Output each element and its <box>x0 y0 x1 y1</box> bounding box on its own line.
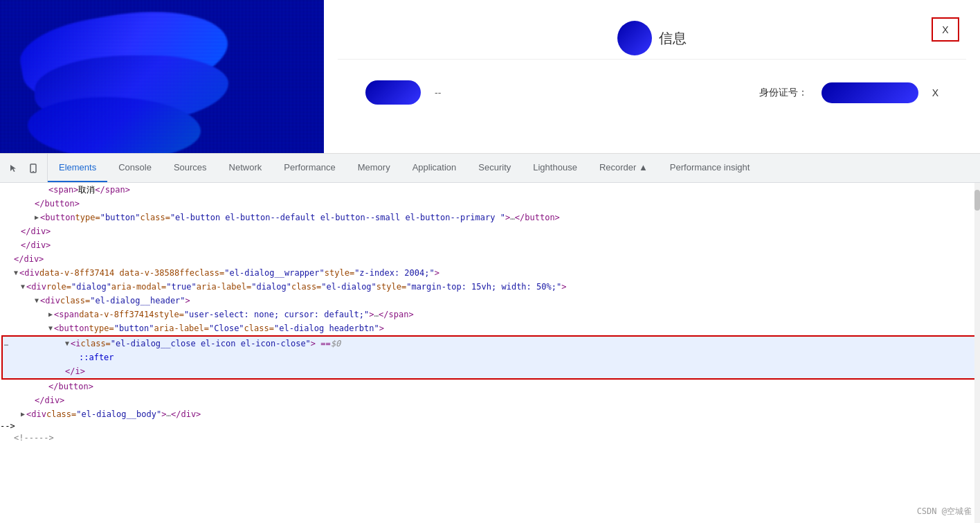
collapse-icon-11[interactable]: ▼ <box>48 322 53 335</box>
code-line-6: </div> <box>0 252 980 266</box>
tab-performance[interactable]: Performance <box>273 154 346 182</box>
tab-network[interactable]: Network <box>218 154 273 182</box>
dash-text: -- <box>435 87 441 98</box>
expand-dots-10[interactable]: … <box>374 308 379 321</box>
code-line-12[interactable]: … ▼ <i class="el-dialog__close el-icon e… <box>3 337 977 351</box>
id-label: 身份证号： <box>759 87 808 99</box>
collapse-icon-7[interactable]: ▼ <box>14 267 18 279</box>
dialog-body: -- 身份证号： X <box>338 60 966 125</box>
cursor-icon[interactable] <box>6 160 22 177</box>
name-blob <box>365 80 421 105</box>
tab-perf-insight[interactable]: Performance insight <box>659 154 761 182</box>
collapse-icon-12[interactable]: ▼ <box>65 337 69 350</box>
browser-left-panel <box>0 0 324 153</box>
collapse-icon-17[interactable]: ▶ <box>21 408 25 420</box>
collapse-icon-3[interactable]: ▶ <box>35 211 39 224</box>
expand-dots-3[interactable]: … <box>510 211 515 224</box>
tab-sources[interactable]: Sources <box>163 154 218 182</box>
devtools-icon-group <box>0 154 48 182</box>
dialog-title: 信息 <box>659 29 687 48</box>
collapse-icon-10[interactable]: ▶ <box>48 308 53 321</box>
code-line-3: ▶ <button type="button" class="el-button… <box>0 211 980 224</box>
code-line-4: </div> <box>0 224 980 238</box>
code-line-8: ▼ <div role="dialog" aria-modal="true" a… <box>0 280 980 294</box>
collapse-icon-9[interactable]: ▼ <box>35 294 39 307</box>
code-line-15: </button> <box>0 380 980 393</box>
device-icon[interactable] <box>25 160 42 177</box>
dialog-title-row: 信息 <box>617 21 687 55</box>
scrollbar-thumb[interactable] <box>974 190 980 211</box>
tab-memory[interactable]: Memory <box>347 154 401 182</box>
tab-elements[interactable]: Elements <box>48 154 107 182</box>
scrollbar[interactable] <box>974 183 980 523</box>
highlighted-block: … ▼ <i class="el-dialog__close el-icon e… <box>1 335 979 380</box>
tab-recorder[interactable]: Recorder ▲ <box>588 154 659 182</box>
code-line-9: ▼ <div class="el-dialog__header" > <box>0 294 980 308</box>
code-line-2: </button> <box>0 197 980 211</box>
line-dots-indicator: … <box>4 337 8 350</box>
dialog-close-button[interactable]: X <box>932 17 959 42</box>
tab-lighthouse[interactable]: Lighthouse <box>522 154 588 182</box>
code-line-14: </i> <box>3 364 977 378</box>
code-line-1: <span> 取消 </span> <box>0 183 980 197</box>
expand-dots-17[interactable]: … <box>166 408 171 420</box>
code-line-5: </div> <box>0 238 980 252</box>
tab-console[interactable]: Console <box>107 154 163 182</box>
code-line-17: ▶ <div class="el-dialog__body" > … </div… <box>0 407 980 421</box>
collapse-icon-8[interactable]: ▼ <box>21 281 25 293</box>
dialog-title-icon <box>617 21 652 55</box>
blue-noise-bg <box>0 0 324 153</box>
devtools-toolbar: Elements Console Sources Network Perform… <box>0 154 980 183</box>
csdn-watermark: CSDN @空城雀 <box>917 506 972 517</box>
dialog-header: 信息 X <box>338 14 966 60</box>
tab-security[interactable]: Security <box>467 154 522 182</box>
devtools-tabs: Elements Console Sources Network Perform… <box>48 154 980 182</box>
code-line-7: ▼ <div data-v-8ff37414 data-v-38588ffe c… <box>0 266 980 280</box>
code-line-18: <!-----> <box>0 431 980 445</box>
id-value-blob <box>822 82 918 103</box>
code-line-16: </div> <box>0 393 980 407</box>
noise-overlay <box>0 0 324 153</box>
code-line-13: ::after <box>3 351 977 364</box>
id-suffix: X <box>932 87 938 98</box>
devtools-content: <span> 取消 </span> </button> ▶ <button ty… <box>0 183 980 523</box>
code-line-11: ▼ <button type="button" aria-label="Clos… <box>0 321 980 335</box>
code-line-10: ▶ <span data-v-8ff37414 style="user-sele… <box>0 308 980 321</box>
browser-right-panel: 信息 X -- 身份证号： X <box>324 0 980 153</box>
tab-application[interactable]: Application <box>401 154 468 182</box>
